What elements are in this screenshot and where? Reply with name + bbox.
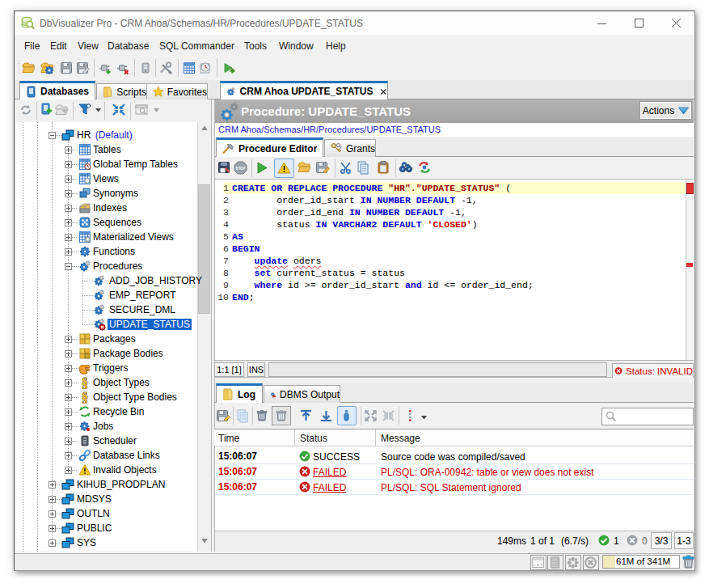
svg-text:§: § (82, 391, 88, 404)
svg-text:§: § (82, 376, 88, 389)
svg-text:STOP: STOP (235, 167, 245, 171)
